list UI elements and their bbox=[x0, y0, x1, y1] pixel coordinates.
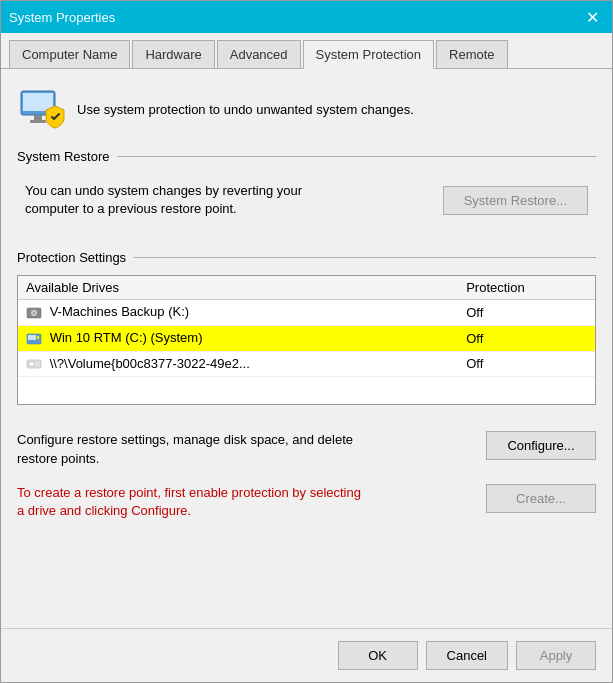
col-protection: Protection bbox=[458, 276, 595, 300]
system-restore-section: System Restore You can undo system chang… bbox=[17, 149, 596, 234]
svg-rect-1 bbox=[23, 93, 53, 111]
computer-shield-icon bbox=[17, 85, 65, 133]
protection-settings-header: Protection Settings bbox=[17, 250, 596, 265]
tab-computer-name[interactable]: Computer Name bbox=[9, 40, 130, 69]
tab-hardware[interactable]: Hardware bbox=[132, 40, 214, 69]
table-row[interactable]: V-Machines Backup (K:) Off bbox=[18, 300, 595, 326]
protection-settings-title: Protection Settings bbox=[17, 250, 126, 265]
configure-button[interactable]: Configure... bbox=[486, 431, 596, 460]
table-row[interactable]: Win 10 RTM (C:) (System) Off bbox=[18, 325, 595, 351]
create-area: To create a restore point, first enable … bbox=[17, 484, 596, 520]
protection-status: Off bbox=[458, 300, 595, 326]
svg-rect-3 bbox=[30, 120, 46, 123]
configure-text: Configure restore settings, manage disk … bbox=[17, 431, 367, 467]
bottom-buttons: OK Cancel Apply bbox=[1, 628, 612, 682]
drives-table: Available Drives Protection bbox=[18, 276, 595, 377]
tab-content: Use system protection to undo unwanted s… bbox=[1, 69, 612, 628]
system-restore-button[interactable]: System Restore... bbox=[443, 186, 588, 215]
ok-button[interactable]: OK bbox=[338, 641, 418, 670]
protection-status: Off bbox=[458, 351, 595, 377]
section-divider bbox=[117, 156, 596, 157]
create-text: To create a restore point, first enable … bbox=[17, 484, 367, 520]
disk-icon bbox=[26, 305, 42, 321]
protection-settings-section: Protection Settings Available Drives Pro… bbox=[17, 250, 596, 415]
system-properties-dialog: System Properties ✕ Computer Name Hardwa… bbox=[0, 0, 613, 683]
table-row[interactable]: \\?\Volume{b00c8377-3022-49e2... Off bbox=[18, 351, 595, 377]
system-restore-title: System Restore bbox=[17, 149, 109, 164]
window-title: System Properties bbox=[9, 10, 115, 25]
svg-rect-8 bbox=[28, 335, 36, 340]
col-available-drives: Available Drives bbox=[18, 276, 458, 300]
drive-name: V-Machines Backup (K:) bbox=[18, 300, 458, 326]
tab-remote[interactable]: Remote bbox=[436, 40, 508, 69]
svg-rect-11 bbox=[29, 362, 34, 366]
drive-name: Win 10 RTM (C:) (System) bbox=[18, 325, 458, 351]
drives-table-container[interactable]: Available Drives Protection bbox=[17, 275, 596, 405]
svg-rect-2 bbox=[34, 115, 42, 120]
apply-button[interactable]: Apply bbox=[516, 641, 596, 670]
close-button[interactable]: ✕ bbox=[580, 5, 604, 29]
system-restore-area: You can undo system changes by reverting… bbox=[17, 174, 596, 226]
cancel-button[interactable]: Cancel bbox=[426, 641, 508, 670]
tab-advanced[interactable]: Advanced bbox=[217, 40, 301, 69]
section-divider-2 bbox=[134, 257, 596, 258]
drive-name: \\?\Volume{b00c8377-3022-49e2... bbox=[18, 351, 458, 377]
svg-point-6 bbox=[33, 312, 35, 314]
configure-area: Configure restore settings, manage disk … bbox=[17, 431, 596, 467]
volume-icon bbox=[26, 356, 42, 372]
tab-system-protection[interactable]: System Protection bbox=[303, 40, 435, 69]
table-header-row: Available Drives Protection bbox=[18, 276, 595, 300]
info-text: Use system protection to undo unwanted s… bbox=[77, 102, 414, 117]
protection-status: Off bbox=[458, 325, 595, 351]
title-bar: System Properties ✕ bbox=[1, 1, 612, 33]
tab-bar: Computer Name Hardware Advanced System P… bbox=[1, 33, 612, 69]
system-restore-description: You can undo system changes by reverting… bbox=[25, 182, 345, 218]
info-banner: Use system protection to undo unwanted s… bbox=[17, 85, 596, 133]
system-restore-header: System Restore bbox=[17, 149, 596, 164]
create-button[interactable]: Create... bbox=[486, 484, 596, 513]
system-disk-icon bbox=[26, 331, 42, 347]
svg-rect-9 bbox=[37, 336, 39, 339]
